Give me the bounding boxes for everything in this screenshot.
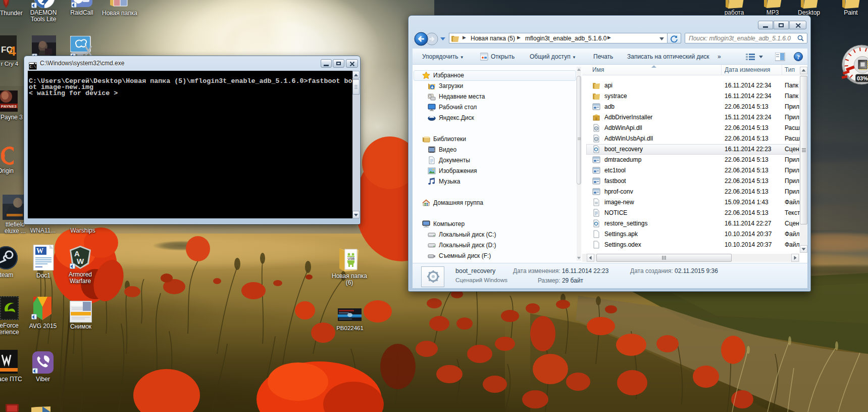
svg-text:03%: 03% — [857, 75, 868, 81]
svg-text:W: W — [77, 257, 84, 265]
svg-text:C:\: C:\ — [30, 65, 36, 69]
svg-text:PAYNE3: PAYNE3 — [1, 104, 17, 109]
svg-text:W: W — [36, 247, 43, 255]
svg-text:USB: USB — [348, 257, 355, 260]
svg-text:4: 4 — [9, 43, 16, 59]
svg-text:?: ? — [797, 54, 800, 61]
